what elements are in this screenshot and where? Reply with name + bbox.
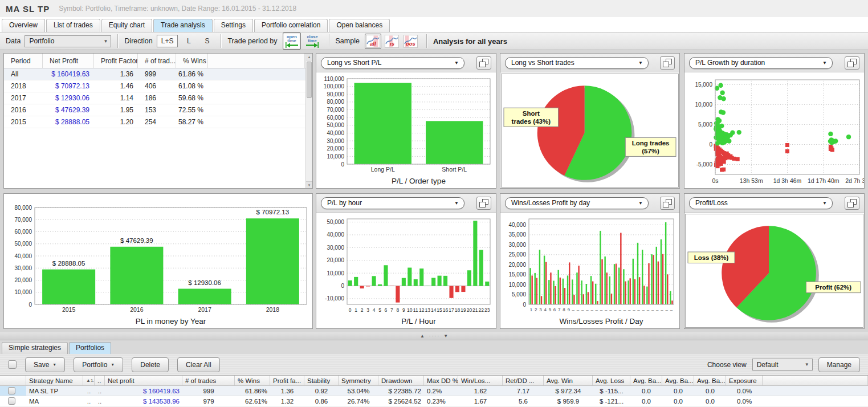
column-header[interactable]: Period — [4, 54, 43, 68]
sample-is-icon[interactable]: is — [384, 34, 400, 49]
table-row[interactable]: 2016$ 47629.391.9515372.55 % — [4, 104, 305, 116]
chevron-down-icon: ▼ — [805, 362, 809, 367]
scroll-down-icon[interactable]: ▼ — [306, 181, 312, 188]
tab-settings[interactable]: Settings — [214, 19, 253, 32]
scrollbar-thumb[interactable] — [307, 62, 312, 98]
row-checkbox[interactable] — [8, 397, 15, 405]
svg-text:0: 0 — [349, 307, 352, 313]
chart-selector[interactable]: P/L Growth by duration▼ — [689, 57, 833, 69]
svg-text:10,000: 10,000 — [695, 101, 712, 108]
cell: 0.0 — [662, 388, 694, 394]
table-row[interactable]: 2015$ 28888.051.2025458.27 % — [4, 116, 305, 128]
copy-chart-icon[interactable] — [845, 56, 859, 70]
column-header[interactable]: Profit Factor — [94, 54, 138, 68]
table-row[interactable]: MA....$ 143538.9697962.61%1.320.8626.74%… — [0, 396, 868, 406]
tab-portfolios[interactable]: Portfolios — [69, 342, 111, 354]
direction-l[interactable]: L — [181, 35, 196, 47]
portfolio-button[interactable]: Portfolio▼ — [74, 357, 123, 372]
column-header[interactable]: Exposure — [726, 376, 763, 385]
row-checkbox[interactable] — [8, 387, 15, 394]
svg-text:–: – — [642, 307, 645, 312]
copy-chart-icon[interactable] — [845, 197, 859, 210]
view-select[interactable]: Default▼ — [752, 359, 813, 371]
tab-simple-strategies[interactable]: Simple strategies — [2, 342, 68, 354]
column-header[interactable]: Max DD % — [424, 376, 458, 385]
chart-selector[interactable]: P/L by hour▼ — [321, 197, 464, 209]
vertical-scrollbar[interactable]: ▲ ▼ — [305, 54, 312, 188]
tab-equity-chart[interactable]: Equity chart — [101, 19, 152, 32]
long-vs-short-pl-chart: 010,00020,00030,00040,00050,00060,00070,… — [316, 73, 496, 188]
table-row[interactable]: MA SL TP....$ 160419.6399961.86%1.360.92… — [0, 386, 868, 396]
column-header[interactable] — [0, 376, 26, 385]
column-header[interactable]: Avg. Ba... — [630, 376, 662, 385]
column-header[interactable]: Strategy Name — [26, 376, 83, 385]
table-row[interactable]: 2018$ 70972.131.4640661.08 % — [4, 80, 305, 92]
tab-open-balances[interactable]: Open balances — [329, 19, 390, 32]
column-header[interactable]: # of trad... — [138, 54, 176, 68]
chart-selector[interactable]: Wins/Losses Profit by day▼ — [505, 197, 649, 209]
column-header[interactable]: Win/Los... — [458, 376, 503, 385]
toolbar-separator — [117, 34, 118, 48]
clear-all-button[interactable]: Clear All — [177, 357, 220, 372]
tab-list-of-trades[interactable]: List of trades — [46, 19, 100, 32]
column-header[interactable]: Net profit — [105, 376, 182, 385]
scroll-up-icon[interactable]: ▲ — [306, 54, 312, 60]
copy-chart-icon[interactable] — [476, 56, 491, 70]
column-header[interactable]: Avg. Loss — [593, 376, 630, 385]
column-header[interactable]: Avg. Ba... — [662, 376, 694, 385]
column-header[interactable]: Symmetry — [339, 376, 378, 385]
tab-overview[interactable]: Overview — [2, 19, 45, 32]
column-header[interactable]: Ret/DD ... — [503, 376, 544, 385]
close-time-icon[interactable]: close time — [303, 32, 321, 50]
column-header[interactable]: .. — [95, 376, 105, 385]
collapse-down-icon[interactable]: ▼ — [443, 332, 448, 340]
tab-trade-analysis[interactable]: Trade analysis — [153, 19, 213, 32]
svg-text:P/L / Hour: P/L / Hour — [401, 317, 436, 325]
delete-button[interactable]: Delete — [132, 357, 169, 372]
copy-chart-icon[interactable] — [660, 56, 675, 70]
data-select[interactable]: Portfolio▼ — [25, 35, 111, 47]
chevron-down-icon: ▼ — [454, 60, 459, 66]
column-header[interactable]: % Wins — [176, 54, 208, 68]
cell[interactable]: $ 143538.96 — [105, 398, 182, 405]
collapse-up-icon[interactable]: ▲ — [420, 332, 425, 340]
direction-s[interactable]: S — [199, 35, 214, 47]
svg-text:$ 12930.06: $ 12930.06 — [188, 279, 221, 286]
tab-portfolio-correlation[interactable]: Portfolio correlation — [254, 19, 328, 32]
cell: .. — [95, 388, 105, 394]
column-header[interactable]: Avg. Ba... — [694, 376, 726, 385]
direction-l-s[interactable]: L+S — [157, 35, 178, 47]
column-header[interactable]: # of trades — [182, 376, 235, 385]
chart-selector[interactable]: Profit/Loss▼ — [689, 197, 833, 209]
svg-text:100,000: 100,000 — [324, 83, 345, 89]
svg-text:13h 53m: 13h 53m — [740, 177, 763, 184]
save-button[interactable]: Save▼ — [25, 357, 65, 372]
cell[interactable]: $ 160419.63 — [105, 388, 182, 394]
column-header[interactable]: % Wins — [235, 376, 270, 385]
column-header[interactable] — [208, 54, 305, 68]
sample-all-icon[interactable]: all — [365, 34, 381, 49]
svg-text:–: – — [590, 307, 593, 312]
table-row[interactable]: 2017$ 12930.061.1418659.68 % — [4, 92, 305, 104]
svg-text:Wins/Losses Profit / Day: Wins/Losses Profit / Day — [559, 317, 643, 325]
column-header[interactable]: Net Profit — [43, 54, 94, 68]
manage-button[interactable]: Manage — [818, 357, 860, 372]
copy-chart-icon[interactable] — [476, 197, 491, 210]
cell: 1.32 — [270, 398, 304, 405]
sample-oos-icon[interactable]: oos — [402, 34, 419, 49]
open-time-icon[interactable]: open time — [283, 32, 301, 50]
sort-indicator[interactable]: ▲1.. — [83, 376, 95, 385]
table-row[interactable]: All$ 160419.631.3699961.86 % — [4, 68, 305, 80]
chart-selector[interactable]: Long vs Short trades▼ — [505, 57, 649, 69]
cell: .. — [83, 388, 95, 394]
column-header[interactable]: Avg. Win — [544, 376, 593, 385]
column-header[interactable]: Profit fa... — [270, 376, 304, 385]
svg-text:-10,000: -10,000 — [325, 295, 344, 302]
svg-text:Long P/L: Long P/L — [371, 166, 395, 173]
column-header[interactable]: Stability — [304, 376, 339, 385]
panel-splitter[interactable]: ▲ · · · · ▼ — [0, 332, 868, 340]
select-all-checkbox[interactable] — [8, 360, 17, 369]
chart-selector[interactable]: Long vs Short P/L▼ — [321, 57, 464, 69]
copy-chart-icon[interactable] — [660, 197, 675, 210]
column-header[interactable]: Drawdown — [378, 376, 424, 385]
